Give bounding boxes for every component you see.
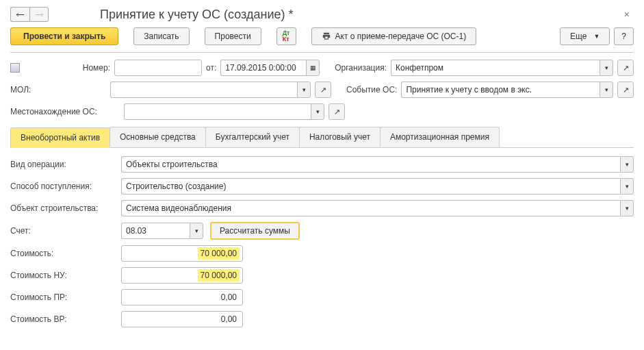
chevron-down-icon[interactable]: ▾	[600, 82, 613, 98]
object-label: Объект строительства:	[10, 203, 121, 213]
location-open-button[interactable]: ↗	[329, 103, 345, 120]
calc-sums-button[interactable]: Рассчитать суммы	[210, 222, 300, 240]
date-value: 17.09.2015 0:00:00	[220, 60, 306, 76]
cost-pr-value: 0,00	[221, 292, 237, 302]
post-and-close-button[interactable]: Провести и закрыть	[10, 27, 118, 45]
tab-accounting[interactable]: Бухгалтерский учет	[205, 127, 300, 147]
org-input[interactable]: Конфетпром ▾	[391, 60, 613, 76]
tab-noncurrent-asset[interactable]: Внеоборотный актив	[10, 127, 110, 148]
account-input[interactable]: 08.03 ▾	[121, 223, 203, 239]
chevron-down-icon[interactable]: ▾	[190, 223, 203, 239]
location-label: Местонахождение ОС:	[10, 107, 120, 116]
cost-vr-label: Стоимость ВР:	[10, 314, 121, 324]
op-type-value: Объекты строительства	[121, 156, 620, 173]
tab-depreciation-bonus[interactable]: Амортизационная премия	[380, 127, 500, 147]
help-button[interactable]: ?	[614, 27, 634, 45]
cost-vr-value: 0,00	[221, 314, 237, 324]
cost-label: Стоимость:	[10, 249, 121, 258]
printer-icon	[322, 32, 331, 41]
date-input[interactable]: 17.09.2015 0:00:00 ▦	[220, 60, 320, 76]
chevron-down-icon[interactable]: ▾	[620, 156, 634, 173]
location-input[interactable]: ▾	[124, 103, 324, 120]
print-act-button[interactable]: Акт о приеме-передаче ОС (ОС-1)	[311, 27, 477, 45]
account-label: Счет:	[10, 226, 121, 236]
receipt-value: Строительство (создание)	[121, 178, 620, 195]
number-label: Номер:	[76, 63, 110, 73]
dtkt-button[interactable]: ДтКт	[276, 27, 296, 45]
post-button[interactable]: Провести	[205, 27, 261, 45]
event-label: Событие ОС:	[346, 85, 397, 95]
chevron-down-icon[interactable]: ▾	[620, 200, 634, 216]
cost-vr-input[interactable]: 0,00	[121, 311, 243, 327]
account-value: 08.03	[121, 223, 190, 239]
cost-nu-value: 70 000,00	[198, 269, 240, 282]
calendar-icon[interactable]: ▦	[306, 60, 320, 76]
more-label: Еще	[570, 32, 587, 41]
more-button[interactable]: Еще ▼	[560, 27, 610, 45]
receipt-label: Способ поступления:	[10, 182, 121, 191]
tab-tax[interactable]: Налоговый учет	[299, 127, 381, 147]
chevron-down-icon[interactable]: ▾	[297, 82, 311, 98]
cost-value: 70 000,00	[198, 247, 240, 260]
cost-pr-input[interactable]: 0,00	[121, 289, 243, 305]
mol-open-button[interactable]: ↗	[315, 82, 331, 98]
location-value	[124, 103, 311, 120]
number-input[interactable]	[114, 60, 202, 76]
dtkt-icon: ДтКт	[283, 30, 290, 42]
chevron-down-icon[interactable]: ▾	[600, 60, 613, 76]
op-type-input[interactable]: Объекты строительства ▾	[121, 156, 634, 173]
cost-nu-input[interactable]: 70 000,00	[121, 267, 243, 284]
print-act-label: Акт о приеме-передаче ОС (ОС-1)	[335, 32, 467, 41]
chevron-down-icon: ▼	[593, 33, 600, 40]
chevron-down-icon[interactable]: ▾	[620, 178, 634, 195]
close-button[interactable]: ×	[620, 8, 634, 21]
chevron-down-icon[interactable]: ▾	[311, 103, 324, 120]
cost-input[interactable]: 70 000,00	[121, 245, 243, 262]
org-value: Конфетпром	[391, 60, 600, 76]
receipt-input[interactable]: Строительство (создание) ▾	[121, 178, 634, 195]
tabs: Внеоборотный актив Основные средства Бух…	[10, 127, 634, 148]
event-open-button[interactable]: ↗	[617, 82, 634, 98]
org-open-button[interactable]: ↗	[617, 60, 634, 76]
event-value: Принятие к учету с вводом в экс.	[401, 82, 600, 98]
nav-back-button[interactable]: 🡐	[10, 7, 29, 22]
page-title: Принятие к учету ОС (создание) *	[100, 8, 620, 22]
object-value: Система видеонаблюдения	[121, 200, 620, 216]
object-input[interactable]: Система видеонаблюдения ▾	[121, 200, 634, 216]
event-input[interactable]: Принятие к учету с вводом в экс. ▾	[401, 82, 613, 98]
org-label: Организация:	[335, 63, 387, 73]
cost-pr-label: Стоимость ПР:	[10, 292, 121, 302]
op-type-label: Вид операции:	[10, 160, 121, 169]
mol-label: МОЛ:	[10, 85, 106, 95]
mol-input[interactable]: ▾	[110, 82, 311, 98]
date-label: от:	[206, 63, 216, 73]
doc-icon	[10, 63, 20, 73]
nav-forward-button[interactable]: 🡒	[29, 7, 49, 22]
cost-nu-label: Стоимость НУ:	[10, 271, 121, 280]
mol-value	[110, 82, 297, 98]
write-button[interactable]: Записать	[133, 27, 189, 45]
tab-fixed-assets[interactable]: Основные средства	[110, 127, 206, 147]
